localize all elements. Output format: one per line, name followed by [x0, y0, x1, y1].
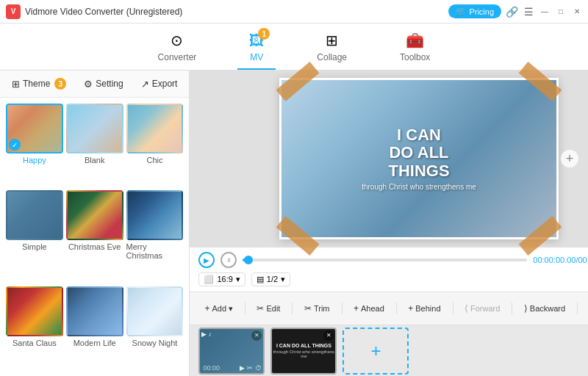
theme-item-chic[interactable]: Chic [126, 104, 184, 187]
quality-icon: ▤ [257, 275, 264, 284]
tab-mv-label: MV [250, 52, 263, 62]
cart-icon: 🛒 [456, 7, 466, 16]
progress-row: ▶ ⏸ 00:00:00.00/00:00:04.00 🔊 [198, 252, 588, 268]
clip2-sub: through Christ who strengthens me [272, 350, 335, 358]
progress-handle[interactable] [244, 256, 253, 264]
theme-tab-label: Theme [23, 79, 50, 89]
add-clip-icon: + [370, 341, 381, 361]
theme-item-happy[interactable]: ✓Happy [6, 104, 63, 187]
minimize-button[interactable]: — [539, 7, 550, 17]
edit-button[interactable]: ✂ Edit [251, 301, 286, 316]
theme-icon: ⊞ [12, 79, 20, 90]
theme-item-modern-life[interactable]: Modern Life [66, 286, 123, 370]
tab-mv[interactable]: 1 🖼 MV [237, 26, 276, 70]
quality-value: 1/2 [267, 275, 278, 283]
setting-tab-label: Setting [96, 79, 123, 89]
preview-area: I CAN DO ALL THINGS through Christ who s… [190, 70, 588, 247]
timeline-clip-1[interactable]: ▶ ♪ ✕ 00:00 ▶ ✂ ⏱ [198, 328, 265, 375]
right-panel: I CAN DO ALL THINGS through Christ who s… [190, 70, 588, 376]
main-area: ⊞ Theme 3 ⚙ Setting ↗ Export ✓HappyBlank… [0, 70, 588, 376]
pricing-button[interactable]: 🛒 Pricing [448, 4, 501, 18]
export-icon: ↗ [141, 79, 149, 90]
time-display: 00:00:00.00/00:00:04.00 [533, 256, 588, 264]
theme-item-blank[interactable]: Blank [66, 104, 123, 187]
quality-chevron: ▾ [281, 275, 285, 284]
timeline-clip-2[interactable]: I CAN DO ALL THINGS through Christ who s… [270, 328, 337, 375]
titlebar-icons: 🔗 ☰ — □ ✕ [506, 6, 582, 18]
close-button[interactable]: ✕ [572, 7, 582, 17]
edit-icon: ✂ [257, 303, 264, 314]
backward-icon: ⟩ [524, 303, 528, 314]
converter-icon: ⊙ [171, 32, 183, 49]
backward-button[interactable]: ⟩ Backward [518, 301, 571, 316]
add-icon: + [204, 303, 209, 314]
progress-bar[interactable] [243, 258, 527, 261]
app-logo: V [6, 4, 21, 19]
theme-item-merry-christmas[interactable]: Merry Christmas [126, 190, 184, 283]
theme-item-simple[interactable]: Simple [6, 190, 63, 283]
left-panel: ⊞ Theme 3 ⚙ Setting ↗ Export ✓HappyBlank… [0, 70, 190, 376]
titlebar-right: 🛒 Pricing 🔗 ☰ — □ ✕ [448, 4, 582, 18]
empty-button[interactable]: 🗑 Empty [584, 301, 588, 316]
link-icon[interactable]: 🔗 [506, 6, 518, 18]
theme-badge: 3 [54, 78, 66, 90]
trim-button[interactable]: ✂ Trim [298, 301, 336, 316]
theme-item-christmas-eve[interactable]: Christmas Eve [66, 190, 123, 283]
tabbar: ⊙ Converter 1 🖼 MV ⊞ Collage 🧰 Toolbox [0, 24, 588, 70]
behind-icon: + [408, 303, 413, 314]
clip1-overlay [200, 329, 263, 373]
preview-frame: I CAN DO ALL THINGS through Christ who s… [279, 78, 559, 239]
collage-icon: ⊞ [326, 32, 338, 49]
play-button[interactable]: ▶ [198, 252, 215, 268]
theme-name-simple: Simple [22, 242, 47, 251]
theme-item-snowy-night[interactable]: Snowy Night [126, 286, 184, 370]
clip2-close[interactable]: ✕ [323, 330, 334, 341]
theme-name-christmas-eve: Christmas Eve [68, 242, 121, 251]
behind-button[interactable]: + Behind [402, 301, 446, 316]
timeline: ▶ ♪ ✕ 00:00 ▶ ✂ ⏱ I CAN DO ALL THINGS th… [190, 325, 588, 376]
ratio-chevron: ▾ [236, 275, 240, 284]
forward-button[interactable]: ⟨ Forward [459, 301, 506, 316]
panel-tabs: ⊞ Theme 3 ⚙ Setting ↗ Export [0, 70, 189, 98]
timeline-toolbar: + Add ▾ ✂ Edit ✂ Trim + Ahead + Behi [190, 292, 588, 325]
export-tab-label: Export [152, 79, 178, 89]
titlebar: V Vidmore Video Converter (Unregistered)… [0, 0, 588, 24]
tab-collage-label: Collage [317, 52, 347, 62]
ratio-select[interactable]: ⬜ 16:9 ▾ [198, 272, 245, 286]
preview-text-main: I CAN DO ALL THINGS through Christ who s… [362, 126, 476, 191]
panel-tab-theme[interactable]: ⊞ Theme 3 [9, 76, 69, 91]
maximize-button[interactable]: □ [556, 7, 566, 17]
theme-name-modern-life: Modern Life [74, 339, 116, 347]
theme-name-santa-claus: Santa Claus [12, 339, 57, 347]
ratio-value: 16:9 [217, 275, 232, 283]
add-center-button[interactable]: + [561, 150, 578, 167]
tab-collage[interactable]: ⊞ Collage [305, 26, 359, 70]
titlebar-left: V Vidmore Video Converter (Unregistered) [6, 4, 182, 19]
tab-toolbox[interactable]: 🧰 Toolbox [388, 26, 442, 70]
timeline-add-clip[interactable]: + [343, 328, 409, 375]
tab-converter-label: Converter [158, 52, 197, 62]
menu-icon[interactable]: ☰ [524, 6, 534, 18]
preview-image: I CAN DO ALL THINGS through Christ who s… [282, 80, 556, 237]
setting-icon: ⚙ [84, 79, 93, 90]
theme-name-blank: Blank [85, 156, 105, 164]
add-button[interactable]: + Add ▾ [198, 301, 239, 316]
theme-check-icon: ✓ [9, 139, 21, 151]
tab-converter[interactable]: ⊙ Converter [146, 26, 209, 70]
pause-button[interactable]: ⏸ [220, 252, 237, 268]
ahead-button[interactable]: + Ahead [348, 301, 390, 316]
mv-badge: 1 [258, 28, 270, 40]
app-title: Vidmore Video Converter (Unregistered) [25, 7, 182, 17]
trim-icon: ✂ [304, 303, 312, 314]
clip2-text: I CAN DO ALL THINGS [276, 343, 331, 349]
quality-select[interactable]: ▤ 1/2 ▾ [251, 272, 290, 286]
theme-name-chic: Chic [146, 156, 162, 164]
panel-tab-setting[interactable]: ⚙ Setting [81, 77, 126, 91]
theme-item-santa-claus[interactable]: Santa Claus [6, 286, 63, 370]
forward-icon: ⟨ [465, 303, 468, 314]
toolbox-icon: 🧰 [406, 32, 424, 49]
theme-name-happy: Happy [23, 156, 46, 164]
controls-row2: ⬜ 16:9 ▾ ▤ 1/2 ▾ Export [198, 271, 588, 287]
panel-tab-export[interactable]: ↗ Export [138, 77, 181, 91]
ahead-icon: + [354, 303, 359, 314]
